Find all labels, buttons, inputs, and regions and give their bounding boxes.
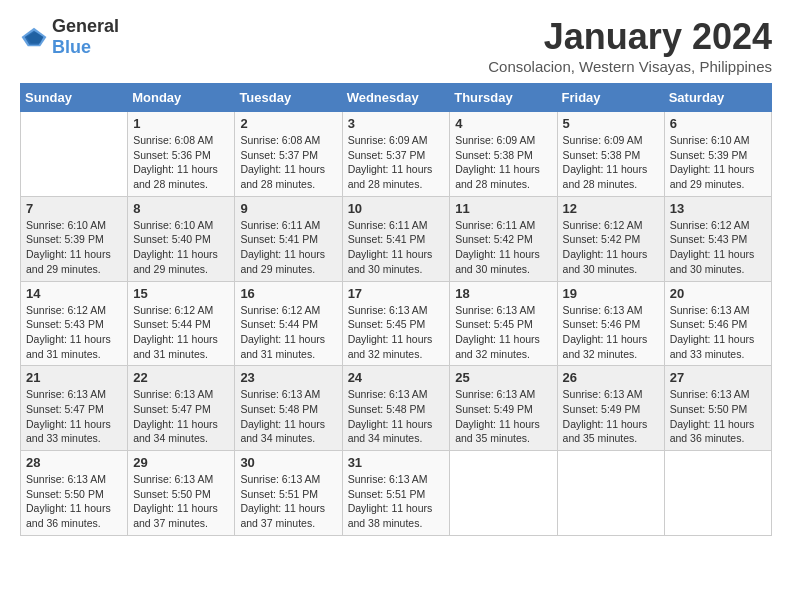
sunrise-label: Sunrise: 6:08 AM — [133, 134, 213, 146]
day-info: Sunrise: 6:11 AM Sunset: 5:41 PM Dayligh… — [348, 218, 445, 277]
sunset-label: Sunset: 5:39 PM — [26, 233, 104, 245]
title-area: January 2024 Consolacion, Western Visaya… — [488, 16, 772, 75]
sunset-label: Sunset: 5:42 PM — [455, 233, 533, 245]
calendar-cell: 28 Sunrise: 6:13 AM Sunset: 5:50 PM Dayl… — [21, 451, 128, 536]
calendar-cell — [21, 112, 128, 197]
header: General Blue January 2024 Consolacion, W… — [20, 16, 772, 75]
calendar-cell: 18 Sunrise: 6:13 AM Sunset: 5:45 PM Dayl… — [450, 281, 557, 366]
daylight-label: Daylight: 11 hours and 35 minutes. — [455, 418, 540, 445]
day-info: Sunrise: 6:13 AM Sunset: 5:46 PM Dayligh… — [670, 303, 766, 362]
day-info: Sunrise: 6:10 AM Sunset: 5:39 PM Dayligh… — [26, 218, 122, 277]
daylight-label: Daylight: 11 hours and 28 minutes. — [240, 163, 325, 190]
calendar-cell: 24 Sunrise: 6:13 AM Sunset: 5:48 PM Dayl… — [342, 366, 450, 451]
daylight-label: Daylight: 11 hours and 29 minutes. — [240, 248, 325, 275]
day-info: Sunrise: 6:10 AM Sunset: 5:39 PM Dayligh… — [670, 133, 766, 192]
day-info: Sunrise: 6:13 AM Sunset: 5:51 PM Dayligh… — [348, 472, 445, 531]
day-number: 25 — [455, 370, 551, 385]
daylight-label: Daylight: 11 hours and 32 minutes. — [563, 333, 648, 360]
sunrise-label: Sunrise: 6:09 AM — [563, 134, 643, 146]
day-number: 5 — [563, 116, 659, 131]
daylight-label: Daylight: 11 hours and 31 minutes. — [26, 333, 111, 360]
daylight-label: Daylight: 11 hours and 29 minutes. — [133, 248, 218, 275]
sunrise-label: Sunrise: 6:13 AM — [133, 473, 213, 485]
day-number: 14 — [26, 286, 122, 301]
sunrise-label: Sunrise: 6:13 AM — [563, 304, 643, 316]
calendar-cell: 14 Sunrise: 6:12 AM Sunset: 5:43 PM Dayl… — [21, 281, 128, 366]
daylight-label: Daylight: 11 hours and 37 minutes. — [133, 502, 218, 529]
calendar-cell: 6 Sunrise: 6:10 AM Sunset: 5:39 PM Dayli… — [664, 112, 771, 197]
sunrise-label: Sunrise: 6:09 AM — [348, 134, 428, 146]
week-row-4: 28 Sunrise: 6:13 AM Sunset: 5:50 PM Dayl… — [21, 451, 772, 536]
day-info: Sunrise: 6:13 AM Sunset: 5:48 PM Dayligh… — [240, 387, 336, 446]
calendar-cell: 4 Sunrise: 6:09 AM Sunset: 5:38 PM Dayli… — [450, 112, 557, 197]
calendar-cell: 12 Sunrise: 6:12 AM Sunset: 5:42 PM Dayl… — [557, 196, 664, 281]
sunset-label: Sunset: 5:50 PM — [670, 403, 748, 415]
daylight-label: Daylight: 11 hours and 36 minutes. — [26, 502, 111, 529]
daylight-label: Daylight: 11 hours and 34 minutes. — [133, 418, 218, 445]
day-info: Sunrise: 6:13 AM Sunset: 5:45 PM Dayligh… — [455, 303, 551, 362]
sunrise-label: Sunrise: 6:13 AM — [670, 304, 750, 316]
day-info: Sunrise: 6:13 AM Sunset: 5:47 PM Dayligh… — [133, 387, 229, 446]
daylight-label: Daylight: 11 hours and 33 minutes. — [26, 418, 111, 445]
sunset-label: Sunset: 5:50 PM — [133, 488, 211, 500]
sunset-label: Sunset: 5:42 PM — [563, 233, 641, 245]
daylight-label: Daylight: 11 hours and 28 minutes. — [348, 163, 433, 190]
location-subtitle: Consolacion, Western Visayas, Philippine… — [488, 58, 772, 75]
day-info: Sunrise: 6:09 AM Sunset: 5:38 PM Dayligh… — [563, 133, 659, 192]
sunset-label: Sunset: 5:51 PM — [240, 488, 318, 500]
sunrise-label: Sunrise: 6:10 AM — [670, 134, 750, 146]
sunset-label: Sunset: 5:49 PM — [563, 403, 641, 415]
calendar-cell: 26 Sunrise: 6:13 AM Sunset: 5:49 PM Dayl… — [557, 366, 664, 451]
calendar-cell: 25 Sunrise: 6:13 AM Sunset: 5:49 PM Dayl… — [450, 366, 557, 451]
day-info: Sunrise: 6:12 AM Sunset: 5:42 PM Dayligh… — [563, 218, 659, 277]
day-info: Sunrise: 6:08 AM Sunset: 5:37 PM Dayligh… — [240, 133, 336, 192]
day-number: 15 — [133, 286, 229, 301]
daylight-label: Daylight: 11 hours and 32 minutes. — [455, 333, 540, 360]
calendar-cell: 2 Sunrise: 6:08 AM Sunset: 5:37 PM Dayli… — [235, 112, 342, 197]
day-info: Sunrise: 6:11 AM Sunset: 5:42 PM Dayligh… — [455, 218, 551, 277]
logo-text: General Blue — [52, 16, 119, 58]
day-info: Sunrise: 6:09 AM Sunset: 5:37 PM Dayligh… — [348, 133, 445, 192]
day-number: 18 — [455, 286, 551, 301]
calendar-cell: 3 Sunrise: 6:09 AM Sunset: 5:37 PM Dayli… — [342, 112, 450, 197]
calendar-cell: 7 Sunrise: 6:10 AM Sunset: 5:39 PM Dayli… — [21, 196, 128, 281]
sunset-label: Sunset: 5:48 PM — [348, 403, 426, 415]
sunset-label: Sunset: 5:45 PM — [348, 318, 426, 330]
sunrise-label: Sunrise: 6:12 AM — [133, 304, 213, 316]
sunrise-label: Sunrise: 6:13 AM — [563, 388, 643, 400]
sunset-label: Sunset: 5:44 PM — [133, 318, 211, 330]
sunset-label: Sunset: 5:50 PM — [26, 488, 104, 500]
calendar-table: SundayMondayTuesdayWednesdayThursdayFrid… — [20, 83, 772, 536]
sunset-label: Sunset: 5:45 PM — [455, 318, 533, 330]
weekday-header-saturday: Saturday — [664, 84, 771, 112]
day-info: Sunrise: 6:09 AM Sunset: 5:38 PM Dayligh… — [455, 133, 551, 192]
weekday-header-wednesday: Wednesday — [342, 84, 450, 112]
sunrise-label: Sunrise: 6:13 AM — [348, 304, 428, 316]
week-row-3: 21 Sunrise: 6:13 AM Sunset: 5:47 PM Dayl… — [21, 366, 772, 451]
day-info: Sunrise: 6:12 AM Sunset: 5:44 PM Dayligh… — [240, 303, 336, 362]
day-number: 10 — [348, 201, 445, 216]
weekday-header-friday: Friday — [557, 84, 664, 112]
sunrise-label: Sunrise: 6:13 AM — [240, 388, 320, 400]
calendar-cell — [557, 451, 664, 536]
sunset-label: Sunset: 5:41 PM — [240, 233, 318, 245]
sunset-label: Sunset: 5:38 PM — [563, 149, 641, 161]
day-number: 9 — [240, 201, 336, 216]
sunrise-label: Sunrise: 6:13 AM — [455, 304, 535, 316]
day-number: 6 — [670, 116, 766, 131]
calendar-cell: 16 Sunrise: 6:12 AM Sunset: 5:44 PM Dayl… — [235, 281, 342, 366]
day-number: 4 — [455, 116, 551, 131]
day-number: 21 — [26, 370, 122, 385]
calendar-cell: 27 Sunrise: 6:13 AM Sunset: 5:50 PM Dayl… — [664, 366, 771, 451]
sunset-label: Sunset: 5:40 PM — [133, 233, 211, 245]
calendar-cell: 5 Sunrise: 6:09 AM Sunset: 5:38 PM Dayli… — [557, 112, 664, 197]
sunset-label: Sunset: 5:44 PM — [240, 318, 318, 330]
sunrise-label: Sunrise: 6:13 AM — [26, 473, 106, 485]
calendar-cell: 8 Sunrise: 6:10 AM Sunset: 5:40 PM Dayli… — [128, 196, 235, 281]
daylight-label: Daylight: 11 hours and 33 minutes. — [670, 333, 755, 360]
sunrise-label: Sunrise: 6:13 AM — [455, 388, 535, 400]
daylight-label: Daylight: 11 hours and 30 minutes. — [348, 248, 433, 275]
sunrise-label: Sunrise: 6:11 AM — [240, 219, 320, 231]
day-number: 16 — [240, 286, 336, 301]
week-row-1: 7 Sunrise: 6:10 AM Sunset: 5:39 PM Dayli… — [21, 196, 772, 281]
